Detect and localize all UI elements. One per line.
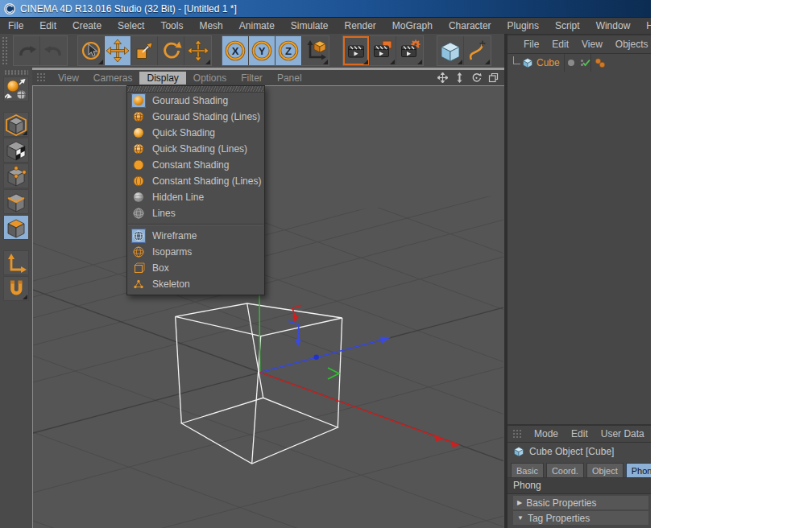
model-mode-button[interactable] [3, 112, 29, 137]
menu-render[interactable]: Render [337, 20, 384, 31]
viewport-menu-filter[interactable]: Filter [234, 72, 270, 85]
menu-item-lines[interactable]: Lines [127, 205, 264, 221]
om-column-divider [590, 54, 591, 72]
maximize-view-icon[interactable] [488, 72, 499, 83]
sphere-lines-icon [131, 206, 146, 221]
undo-button[interactable] [14, 36, 40, 65]
phong-tag-icon[interactable] [594, 58, 606, 68]
viewport-menu-view[interactable]: View [51, 72, 86, 85]
redo-button[interactable] [40, 36, 67, 65]
menu-item-quick-shading[interactable]: Quick Shading [127, 125, 264, 141]
om-menu-file[interactable]: File [517, 39, 545, 50]
tab-coord[interactable]: Coord. [546, 463, 584, 477]
menu-item-constant-shading-lines[interactable]: Constant Shading (Lines) [127, 173, 264, 189]
menu-item-skeleton[interactable]: Skeleton [127, 276, 264, 292]
menu-item-hidden-line[interactable]: Hidden Line [127, 189, 264, 205]
menu-item-box[interactable]: Box [127, 260, 264, 276]
tab-phong[interactable]: Phong [626, 463, 651, 477]
tab-basic[interactable]: Basic [511, 463, 544, 477]
viewport-menu-bar: View Cameras Display Options Filter Pane… [32, 70, 504, 85]
menu-mograph[interactable]: MoGraph [384, 20, 441, 31]
points-mode-button[interactable] [3, 163, 29, 188]
toolbar-grip[interactable] [2, 36, 9, 65]
menu-plugins[interactable]: Plugins [499, 20, 547, 31]
rotate-tool-button[interactable] [158, 36, 184, 65]
rotate-camera-icon[interactable] [471, 72, 482, 83]
enabled-check-icon[interactable] [582, 59, 590, 67]
menu-item-constant-shading[interactable]: Constant Shading [127, 157, 264, 173]
coordinate-system-button[interactable] [302, 36, 329, 65]
viewport-menu-grip[interactable] [36, 72, 47, 83]
object-row-cube[interactable]: Cube [508, 54, 651, 72]
polygons-mode-button[interactable] [3, 215, 29, 240]
menu-window[interactable]: Window [588, 20, 639, 31]
viewport-menu-options[interactable]: Options [186, 72, 234, 85]
menu-item-gouraud-shading-lines[interactable]: Gouraud Shading (Lines) [127, 109, 264, 125]
menu-select[interactable]: Select [110, 20, 152, 31]
render-view-button[interactable] [343, 36, 370, 65]
render-to-picture-viewer-button[interactable] [370, 36, 396, 65]
axis-lock-tool-button[interactable] [184, 36, 211, 65]
texture-mode-icon [5, 139, 27, 162]
om-menu-edit[interactable]: Edit [545, 39, 575, 50]
y-plane-handle[interactable] [328, 368, 339, 379]
group-tag-properties[interactable]: ▼ Tag Properties [513, 511, 648, 525]
viewport-canvas[interactable] [32, 85, 504, 528]
viewport-menu-display[interactable]: Display [139, 72, 185, 85]
svg-text:Z: Z [285, 45, 292, 57]
menu-script[interactable]: Script [547, 20, 588, 31]
am-menu-mode[interactable]: Mode [528, 428, 565, 439]
menu-create[interactable]: Create [64, 20, 110, 31]
pan-camera-icon[interactable] [437, 72, 448, 83]
am-menu-edit[interactable]: Edit [565, 428, 594, 439]
menu-character[interactable]: Character [441, 20, 499, 31]
menu-item-wireframe[interactable]: Wireframe [127, 228, 264, 244]
tab-object[interactable]: Object [586, 463, 624, 477]
menu-mesh[interactable]: Mesh [191, 20, 230, 31]
axis-mode-button[interactable] [3, 250, 29, 275]
wireframe-cube[interactable] [176, 303, 342, 464]
layer-dot[interactable] [568, 60, 574, 66]
om-menu-view[interactable]: View [575, 39, 609, 50]
lock-z-axis-button[interactable]: Z [276, 36, 302, 65]
live-selection-button[interactable] [78, 36, 105, 65]
texture-mode-button[interactable] [3, 138, 29, 163]
menu-help[interactable]: Help [638, 20, 651, 31]
move-tool-button[interactable] [105, 36, 131, 65]
attribute-manager-menu-bar: Mode Edit User Data [508, 426, 651, 443]
menu-item-quick-shading-lines[interactable]: Quick Shading (Lines) [127, 141, 264, 157]
edit-render-settings-button[interactable] [396, 36, 423, 65]
menu-item-gouraud-shading[interactable]: Gouraud Shading [127, 93, 264, 109]
lock-x-axis-button[interactable]: X [222, 36, 249, 65]
menu-animate[interactable]: Animate [231, 20, 283, 31]
om-menu-objects[interactable]: Objects [609, 39, 651, 50]
menu-tools[interactable]: Tools [152, 20, 191, 31]
add-cube-primitive-button[interactable] [437, 36, 464, 65]
am-menu-user-data[interactable]: User Data [594, 428, 651, 439]
title-bar[interactable]: CINEMA 4D R13.016 Studio (32 Bit) - [Unt… [0, 0, 651, 18]
edges-mode-button[interactable] [3, 189, 29, 214]
zoom-camera-icon[interactable] [454, 72, 465, 83]
viewport-menu-cameras[interactable]: Cameras [86, 72, 140, 85]
menu-simulate[interactable]: Simulate [283, 20, 337, 31]
main-menu-bar: File Edit Create Select Tools Mesh Anima… [0, 18, 651, 35]
svg-text:Y: Y [259, 45, 266, 57]
object-manager-menu-bar: File Edit View Objects [508, 35, 651, 54]
group-basic-properties[interactable]: ▶ Basic Properties [513, 496, 648, 509]
coordinate-system-icon [304, 39, 328, 63]
menu-item-isoparms[interactable]: Isoparms [127, 244, 264, 260]
z-axis-handle[interactable] [314, 355, 319, 360]
attribute-manager-grip[interactable] [512, 429, 523, 439]
scale-tool-button[interactable] [131, 36, 158, 65]
snap-magnet-button[interactable] [3, 276, 29, 301]
viewport-menu-panel[interactable]: Panel [270, 72, 309, 85]
render-view-icon [344, 39, 368, 63]
add-spline-button[interactable] [464, 36, 491, 65]
menu-edit[interactable]: Edit [31, 20, 64, 31]
lock-y-axis-button[interactable]: Y [249, 36, 276, 65]
palette-grip[interactable] [4, 70, 28, 75]
make-editable-button[interactable] [3, 76, 29, 101]
menu-tearoff-strip[interactable] [127, 86, 264, 93]
right-panel: File Edit View Objects Cube [508, 34, 651, 528]
menu-file[interactable]: File [0, 20, 31, 31]
